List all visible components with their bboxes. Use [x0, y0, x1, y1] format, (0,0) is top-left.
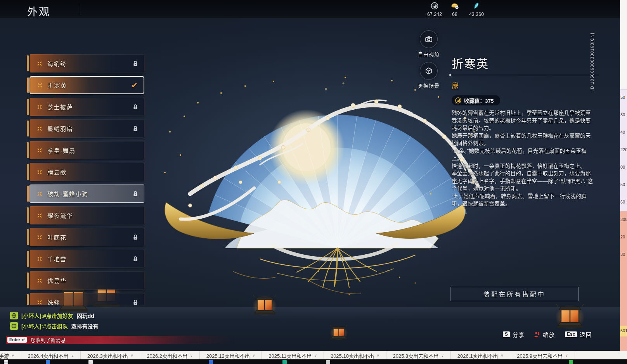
currency-ingot[interactable]: 68	[443, 2, 467, 17]
list-item[interactable]: 海绡绮	[29, 54, 144, 72]
list-item[interactable]: 墨绒羽扇	[29, 119, 144, 138]
lock-icon	[133, 256, 138, 262]
item-label: 折寒英	[48, 81, 67, 89]
list-item[interactable]: 千堆雪	[29, 250, 144, 268]
taskbar-app-blue2[interactable]	[209, 360, 213, 364]
appearance-list: 海绡绮 折寒英 ✔ 芝士披萨 墨绒羽扇 拳皇·舞扇	[26, 54, 144, 305]
lock-icon	[133, 234, 138, 240]
list-item[interactable]: 耀夜流华	[29, 206, 144, 224]
description-paragraph: “八朵。”她数完枝头最后的花苞，目光落在扇面的五朵玉梅上。	[452, 147, 594, 162]
taskbar-app-grey[interactable]	[326, 360, 330, 364]
camera-icon	[424, 35, 433, 43]
zoom-person-icon	[533, 331, 540, 338]
list-item[interactable]: 叶底花	[29, 228, 144, 246]
list-item[interactable]: 腾云歌	[29, 163, 144, 181]
list-item-selected[interactable]: 折寒英 ✔	[29, 76, 144, 94]
windows-taskbar	[0, 359, 627, 364]
sheet-tab[interactable]: 2025.10卖出和不出	[324, 351, 386, 360]
currency-feather[interactable]: 43,360	[464, 2, 488, 17]
lantern	[555, 304, 585, 330]
list-item[interactable]: 优昙华	[29, 271, 144, 290]
lock-icon	[133, 191, 138, 197]
sheet-tab[interactable]: 手游	[0, 351, 21, 360]
description-paragraph: 恰逢风起时，一朵真正的梅花飘落，恰好覆在玉梅之上。	[452, 162, 594, 170]
item-label: 千堆雪	[47, 255, 67, 263]
item-category: 扇	[452, 80, 601, 90]
back-button[interactable]: Esc 返回	[565, 330, 592, 338]
description-paragraph: 残冬的薄雪覆在无常村旧址上，季莹莹立在那座几乎被荒草吞没的坟前。坟旁的老梅树今年…	[452, 109, 594, 132]
zoom-label: 缩放	[543, 330, 555, 338]
equip-all-outfits-button[interactable]: 装配在所有搭配中	[450, 287, 579, 301]
sheet-tab[interactable]: 2025.8卖出去和不出	[386, 351, 451, 360]
description-paragraph: “七。”她低声呢喃着，转身离去。雪地上留下一行浅浅的脚印，很快就被新雪覆盖。	[452, 193, 594, 208]
list-item[interactable]: 拳皇·舞扇	[29, 141, 144, 159]
item-label: 破劫·蜜蜂小狗	[47, 190, 88, 198]
lock-icon	[133, 299, 138, 305]
item-label: 优昙华	[47, 276, 67, 285]
top-bar: 外观 67,242 68 43,360	[0, 0, 620, 18]
sheet-tab[interactable]: 2026.1卖出和不出	[451, 351, 510, 360]
flower-icon	[36, 147, 43, 154]
start-button[interactable]	[4, 360, 8, 364]
edge-cell-value: 00	[620, 165, 627, 169]
chevron-down-icon	[501, 354, 504, 357]
flower-icon	[36, 234, 43, 240]
ember-streaks	[233, 271, 361, 294]
sheet-tab[interactable]: 2026.4卖出和不出	[21, 351, 81, 360]
taskbar-app-teal[interactable]	[282, 360, 287, 364]
flower-icon	[36, 256, 43, 262]
flower-icon	[36, 278, 43, 284]
sheet-tab[interactable]: 2025.9卖出去和不出	[510, 351, 575, 360]
sheet-tab[interactable]: 2025.12卖出和不出	[200, 351, 262, 360]
item-label: 姝翎	[47, 298, 60, 305]
change-scene-button[interactable]: 更换场景	[417, 62, 441, 89]
edge-cell-value: 40	[620, 130, 627, 135]
world-channel-icon	[10, 322, 18, 330]
chevron-down-icon	[565, 354, 568, 357]
gold-sparkles	[164, 77, 475, 284]
sheet-tab[interactable]: 2026.2卖出和不出	[140, 351, 199, 360]
item-description: 残冬的薄雪覆在无常村旧址上，季莹莹立在那座几乎被荒草吞没的坟前。坟旁的老梅树今年…	[452, 109, 594, 208]
sheet-tab[interactable]: 2026.3卖出和不出	[81, 351, 140, 360]
chevron-down-icon	[314, 354, 317, 357]
enter-key: Enter ↵	[7, 337, 27, 343]
taskbar-app-white[interactable]	[88, 360, 93, 364]
zoom-button[interactable]: 缩放	[533, 330, 555, 338]
edge-cell-value: 501	[620, 328, 627, 333]
ingot-value: 68	[443, 12, 467, 17]
back-label: 返回	[580, 330, 592, 338]
share-label: 分享	[513, 330, 525, 338]
chat-sender-action[interactable]: [小坏人]:#点击加好友	[21, 312, 73, 319]
coin-icon	[431, 2, 438, 10]
lock-icon	[133, 126, 138, 132]
cube-icon	[424, 67, 433, 75]
sheet-tab[interactable]: 2025.11卖出和不出	[262, 351, 324, 360]
lock-icon	[133, 104, 138, 110]
edge-cell-value: 60	[620, 200, 627, 204]
spreadsheet-rows-salmon	[620, 211, 627, 326]
free-camera-button[interactable]: 自由视角	[417, 30, 441, 57]
feather-value: 43,360	[464, 12, 488, 17]
share-button[interactable]: S 分享	[503, 330, 525, 338]
list-item-hovered[interactable]: 破劫·蜜蜂小狗	[29, 185, 144, 203]
item-label: 海绡绮	[47, 59, 67, 67]
edge-cell-value: 50	[620, 182, 627, 187]
chat-message[interactable]: [小坏人]:#点击组队 双排有没有	[10, 322, 99, 330]
new-message-notice[interactable]: Enter ↵ 您收到了新消息	[6, 336, 234, 344]
taskbar-app-green[interactable]	[569, 360, 573, 364]
flower-icon	[36, 191, 43, 197]
chat-sender-action[interactable]: [小坏人]:#点击组队	[21, 322, 68, 330]
esc-key: Esc	[565, 331, 577, 337]
flower-icon	[37, 82, 43, 88]
taskbar-app-blue[interactable]	[46, 360, 50, 364]
game-window: 外观 67,242 68 43,360	[0, 0, 620, 351]
list-item[interactable]: 芝士披萨	[29, 98, 144, 116]
player-id: ID:105066300300163[CN]	[590, 33, 594, 91]
list-item[interactable]: 姝翎	[29, 293, 144, 305]
chat-message[interactable]: [小坏人]:#点击加好友 固玩dd	[10, 312, 94, 319]
edge-cell-value: 20	[620, 235, 627, 239]
title-divider	[80, 3, 80, 15]
item-label: 拳皇·舞扇	[47, 146, 76, 154]
collection-value-badge: 收藏值：375	[452, 95, 500, 105]
item-label: 墨绒羽扇	[47, 124, 73, 133]
